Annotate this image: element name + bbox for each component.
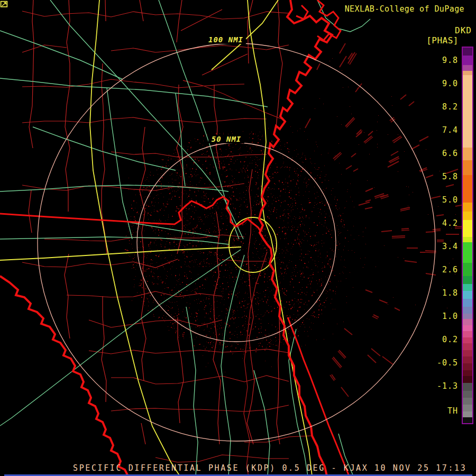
colorbar-tick: 4.2 — [442, 218, 458, 228]
colorbar-ticks: 9.89.08.27.46.65.85.04.23.42.61.81.00.2-… — [425, 47, 458, 424]
colorbar-tick: 2.6 — [442, 265, 458, 274]
gulf-coastline — [0, 276, 128, 476]
county-border-line — [89, 349, 289, 354]
units-label: [PHAS] — [426, 35, 459, 45]
colorbar-tick: 5.0 — [442, 195, 458, 205]
county-border-line — [276, 0, 282, 444]
radar-display: 100 NMI 50 NMI NEXLAB-College of DuPage … — [0, 0, 476, 476]
threshold-label: TH — [447, 406, 458, 416]
county-border-line — [22, 117, 267, 123]
colorbar-tick: 8.2 — [442, 102, 458, 112]
colorbar-tick: -1.3 — [437, 381, 458, 391]
county-border-line — [22, 259, 267, 268]
colorbar-tick: 9.0 — [442, 79, 458, 88]
radar-map: 100 NMI 50 NMI — [0, 0, 476, 476]
colorbar-tick: 1.0 — [442, 312, 458, 321]
colorbar-tick: 9.8 — [442, 56, 458, 65]
range-rings — [38, 43, 435, 441]
colorbar-tick: 1.8 — [442, 288, 458, 298]
colorbar-tick: 5.8 — [442, 172, 458, 181]
county-borders — [22, 0, 311, 462]
county-border-line — [65, 0, 70, 338]
state-border — [0, 197, 260, 231]
county-border-line — [22, 45, 289, 52]
outer-ring-label: 100 NMI — [208, 35, 243, 44]
nexlab-logo-icon — [0, 0, 8, 8]
brand-title: NEXLAB-College of DuPage — [345, 4, 464, 14]
colorbar-tick: -0.5 — [437, 358, 458, 368]
status-text: SPECIFIC DIFFERENTIAL PHASE (KDP) 0.5 DE… — [73, 463, 466, 473]
colorbar — [462, 47, 473, 424]
colorbar-gradient — [463, 48, 472, 423]
colorbar-tick: 3.4 — [442, 242, 458, 251]
county-border-line — [22, 79, 289, 88]
range-ring-outer — [38, 43, 435, 441]
county-border-line — [181, 10, 222, 31]
county-border-line — [111, 152, 267, 157]
range-ring-inner — [137, 143, 336, 342]
county-border-line — [111, 405, 289, 411]
product-code-label: DKD — [455, 25, 472, 35]
colorbar-tick: 6.6 — [442, 149, 458, 158]
colorbar-tick: 7.4 — [442, 125, 458, 135]
colorbar-tick: 0.2 — [442, 335, 458, 344]
county-border-line — [67, 291, 267, 299]
inner-ring-label: 50 NMI — [212, 135, 242, 143]
clutter-speckle-layer — [121, 126, 366, 372]
county-border-line — [202, 54, 248, 75]
